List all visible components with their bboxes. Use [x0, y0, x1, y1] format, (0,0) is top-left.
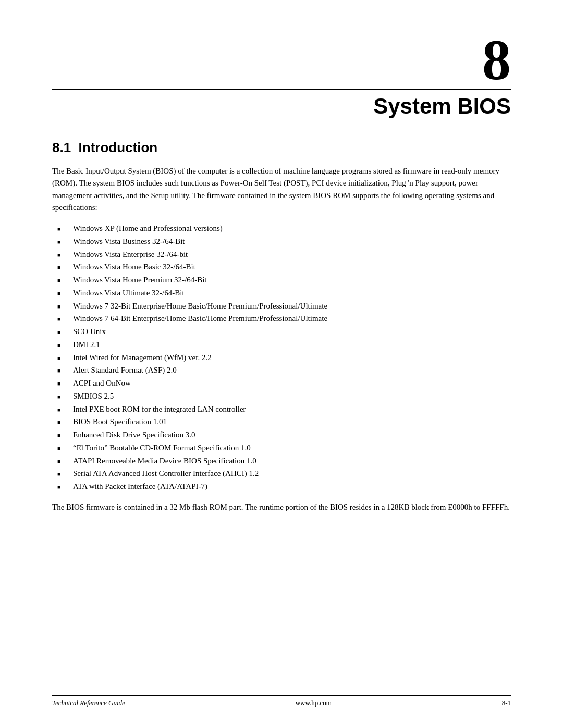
list-item: Intel PXE boot ROM for the integrated LA…	[52, 403, 511, 416]
section-title: Introduction	[79, 140, 158, 155]
list-item: Windows Vista Home Premium 32-/64-Bit	[52, 274, 511, 287]
list-item: SMBIOS 2.5	[52, 390, 511, 403]
list-item: Alert Standard Format (ASF) 2.0	[52, 364, 511, 377]
list-item: Windows XP (Home and Professional versio…	[52, 222, 511, 235]
main-content: 8 System BIOS 8.1 Introduction The Basic…	[52, 31, 511, 686]
section-heading: 8.1 Introduction	[52, 140, 511, 156]
bullet-list: Windows XP (Home and Professional versio…	[52, 222, 511, 493]
chapter-number: 8	[52, 31, 511, 89]
list-item: Intel Wired for Management (WfM) ver. 2.…	[52, 351, 511, 364]
list-item: Windows Vista Business 32-/64-Bit	[52, 235, 511, 248]
list-item: Windows Vista Ultimate 32-/64-Bit	[52, 287, 511, 300]
chapter-rule	[52, 89, 511, 90]
list-item: Enhanced Disk Drive Specification 3.0	[52, 428, 511, 441]
list-item: Windows Vista Enterprise 32-/64-bit	[52, 248, 511, 261]
list-item: ACPI and OnNow	[52, 377, 511, 390]
footer-left: Technical Reference Guide	[52, 699, 125, 707]
footer-center: www.hp.com	[296, 699, 332, 707]
list-item: DMI 2.1	[52, 338, 511, 351]
page-footer: Technical Reference Guide www.hp.com 8-1	[52, 695, 511, 707]
list-item: Serial ATA Advanced Host Controller Inte…	[52, 467, 511, 480]
list-item: Windows 7 64-Bit Enterprise/Home Basic/H…	[52, 312, 511, 325]
list-item: ATA with Packet Interface (ATA/ATAPI-7)	[52, 480, 511, 493]
list-item: Windows Vista Home Basic 32-/64-Bit	[52, 261, 511, 274]
list-item: BIOS Boot Specification 1.01	[52, 415, 511, 428]
section-number: 8.1	[52, 140, 71, 155]
intro-paragraph: The Basic Input/Output System (BIOS) of …	[52, 165, 511, 214]
closing-paragraph: The BIOS firmware is contained in a 32 M…	[52, 501, 511, 513]
list-item: ATAPI Removeable Media Device BIOS Speci…	[52, 454, 511, 467]
list-item: Windows 7 32-Bit Enterprise/Home Basic/H…	[52, 300, 511, 313]
list-item: “El Torito” Bootable CD-ROM Format Speci…	[52, 441, 511, 454]
page-container: 8 System BIOS 8.1 Introduction The Basic…	[0, 0, 563, 728]
chapter-title: System BIOS	[52, 94, 511, 119]
footer-right: 8-1	[502, 699, 511, 707]
list-item: SCO Unix	[52, 325, 511, 338]
